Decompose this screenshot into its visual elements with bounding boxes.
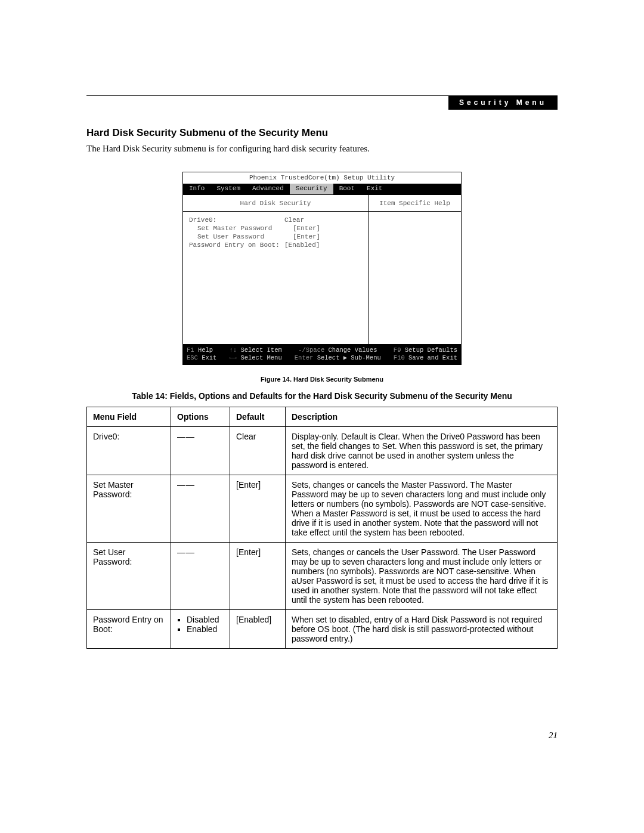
table-header: Default <box>230 407 286 426</box>
bios-help-title: Item Specific Help <box>369 195 461 212</box>
bios-footer-cell: F10 Save and Exit <box>394 354 457 362</box>
cell-description: Sets, changes or cancels the User Passwo… <box>286 542 558 609</box>
table-header: Description <box>286 407 558 426</box>
cell-options: DisabledEnabled <box>171 609 230 648</box>
cell-options: —— <box>171 426 230 475</box>
bios-footer-cell: ↑↓ Select Item <box>230 346 282 354</box>
bios-footer-cell: ESC Exit <box>187 354 216 362</box>
option-item: Enabled <box>187 624 224 634</box>
bios-tab: Advanced <box>246 184 290 194</box>
bios-item-value: [Enter] <box>293 233 320 241</box>
bios-footer-cell: F1 Help <box>187 346 213 354</box>
bios-footer-cell: ←→ Select Menu <box>230 354 282 362</box>
table-row: Set Master Password:——[Enter]Sets, chang… <box>87 475 558 542</box>
cell-default: Clear <box>230 426 286 475</box>
bios-item: Set User Password[Enter] <box>189 233 362 241</box>
table-row: Drive0:——ClearDisplay-only. Default is C… <box>87 426 558 475</box>
fields-table: Menu FieldOptionsDefaultDescription Driv… <box>86 407 558 649</box>
bios-tab: Exit <box>361 184 388 194</box>
cell-menu-field: Drive0: <box>87 426 171 475</box>
bios-tab: Security <box>290 184 333 194</box>
bios-footer-cell: F9 Setup Defaults <box>394 346 457 354</box>
bios-help-panel: Item Specific Help <box>369 195 461 344</box>
bios-footer-cell: Enter Select ▶ Sub-Menu <box>295 354 381 362</box>
cell-description: Display-only. Default is Clear. When the… <box>286 426 558 475</box>
page: Security Menu Hard Disk Security Submenu… <box>0 0 644 833</box>
section-intro: The Hard Disk Security submenu is for co… <box>86 144 558 154</box>
bios-item-label: Drive0: <box>189 216 284 225</box>
bios-tab: Boot <box>333 184 361 194</box>
cell-menu-field: Password Entry on Boot: <box>87 609 171 648</box>
figure-caption: Figure 14. Hard Disk Security Submenu <box>86 376 558 383</box>
page-number: 21 <box>549 730 558 741</box>
bios-title: Phoenix TrustedCore(tm) Setup Utility <box>183 172 461 184</box>
table-title: Table 14: Fields, Options and Defaults f… <box>86 391 558 401</box>
cell-options: —— <box>171 475 230 542</box>
bios-tab: System <box>210 184 246 194</box>
bios-panel-title: Hard Disk Security <box>183 195 368 212</box>
bios-tab-bar: InfoSystemAdvancedSecurityBootExit <box>183 184 461 194</box>
table-row: Set User Password:——[Enter]Sets, changes… <box>87 542 558 609</box>
bios-footer-cell: -/Space Change Values <box>298 346 377 354</box>
bios-body: Hard Disk Security Drive0:ClearSet Maste… <box>183 194 461 345</box>
cell-menu-field: Set User Password: <box>87 542 171 609</box>
bios-item-label: Set Master Password <box>189 225 293 233</box>
cell-menu-field: Set Master Password: <box>87 475 171 542</box>
cell-options: —— <box>171 542 230 609</box>
bios-footer: F1 Help↑↓ Select Item-/Space Change Valu… <box>183 345 461 364</box>
bios-item-value: [Enabled] <box>284 241 320 250</box>
bios-item: Password Entry on Boot:[Enabled] <box>189 241 362 250</box>
bios-item-value: Clear <box>284 216 304 225</box>
bios-tab: Info <box>183 184 210 194</box>
bios-item-label: Set User Password <box>189 233 293 241</box>
bios-item: Drive0:Clear <box>189 216 362 225</box>
section-title: Hard Disk Security Submenu of the Securi… <box>86 127 558 139</box>
table-header: Menu Field <box>87 407 171 426</box>
cell-default: [Enabled] <box>230 609 286 648</box>
cell-default: [Enter] <box>230 475 286 542</box>
bios-item-value: [Enter] <box>293 225 320 233</box>
cell-description: When set to disabled, entry of a Hard Di… <box>286 609 558 648</box>
bios-item: Set Master Password[Enter] <box>189 225 362 233</box>
bios-item-label: Password Entry on Boot: <box>189 241 284 250</box>
header-rule: Security Menu <box>86 95 558 110</box>
bios-screenshot: Phoenix TrustedCore(tm) Setup Utility In… <box>182 172 462 365</box>
option-item: Disabled <box>187 615 224 624</box>
bios-left-panel: Hard Disk Security Drive0:ClearSet Maste… <box>183 195 369 344</box>
table-row: Password Entry on Boot:DisabledEnabled[E… <box>87 609 558 648</box>
header-tag: Security Menu <box>448 95 558 110</box>
cell-description: Sets, changes or cancels the Master Pass… <box>286 475 558 542</box>
cell-default: [Enter] <box>230 542 286 609</box>
table-header: Options <box>171 407 230 426</box>
